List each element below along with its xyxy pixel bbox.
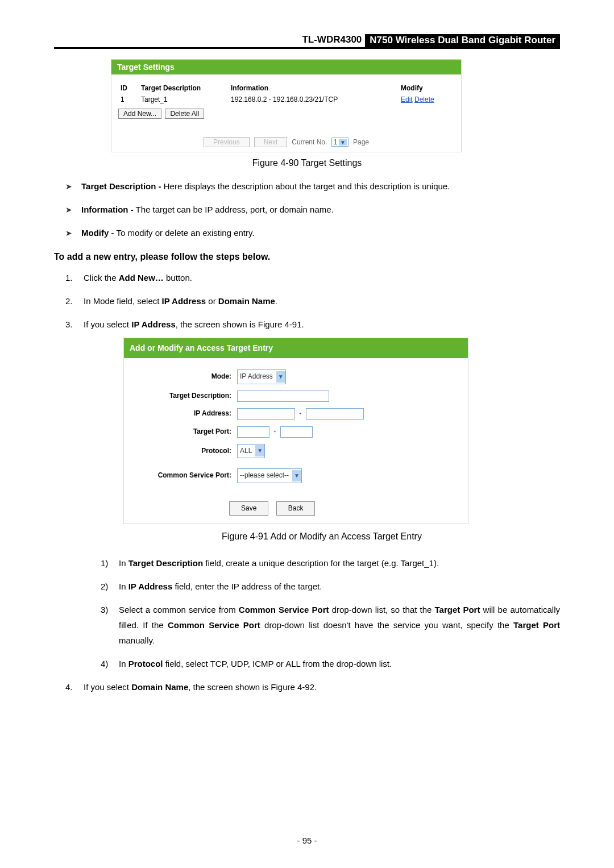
protocol-select[interactable]: ALL ▼ [237,444,265,459]
common-service-port-label: Common Service Port: [132,470,237,482]
ip-address-label: IP Address: [132,408,237,420]
col-id: ID [118,82,139,94]
ip-start-input[interactable] [237,408,295,420]
current-no-label: Current No. [292,138,327,146]
protocol-label: Protocol: [132,445,237,458]
col-info: Information [229,82,399,94]
arrow-icon: ➤ [65,226,72,240]
instructions-heading: To add a new entry, please follow the st… [54,252,560,262]
range-separator: - [297,409,304,417]
list-item: ➤Target Description - Here displays the … [65,178,560,194]
target-description-input[interactable] [237,391,329,402]
row-info: 192.168.0.2 - 192.168.0.23/21/TCP [229,94,399,105]
header-product: N750 Wireless Dual Band Gigabit Router [365,34,560,47]
page-header: TL-WDR4300 N750 Wireless Dual Band Gigab… [54,34,560,49]
port-end-input[interactable] [280,426,313,438]
page-label: Page [353,138,369,146]
definitions-list: ➤Target Description - Here displays the … [65,178,560,240]
add-modify-panel: Add or Modify an Access Target Entry Mod… [123,338,468,524]
figure-90-caption: Figure 4-90 Target Settings [54,158,560,168]
previous-button[interactable]: Previous [204,137,250,147]
list-item: ➤Modify - To modify or delete an existin… [65,225,560,240]
list-item: 4.If you select Domain Name, the screen … [65,679,560,695]
table-row: 1 Target_1 192.168.0.2 - 192.168.0.23/21… [118,94,454,105]
add-modify-title: Add or Modify an Access Target Entry [124,338,468,358]
next-button[interactable]: Next [254,137,288,147]
current-no-select[interactable]: 1 ▼ [331,138,349,147]
list-item: 3.If you select IP Address, the screen s… [65,317,560,671]
list-item: 1.Click the Add New… button. [65,270,560,285]
save-button[interactable]: Save [229,501,268,516]
back-button[interactable]: Back [276,501,316,516]
page-number: - 95 - [0,836,614,845]
edit-link[interactable]: Edit [401,95,413,103]
list-item: 2)In IP Address field, enter the IP addr… [101,579,560,594]
target-settings-panel: Target Settings ID Target Description In… [111,59,462,152]
chevron-down-icon: ▼ [292,470,301,481]
col-modify: Modify [399,82,454,94]
steps-list: 1.Click the Add New… button. 2.In Mode f… [65,270,560,695]
mode-label: Mode: [132,371,237,383]
chevron-down-icon: ▼ [255,445,264,456]
target-description-label: Target Description: [132,390,237,402]
delete-link[interactable]: Delete [414,95,434,103]
chevron-down-icon: ▼ [276,371,285,383]
list-item: 3)Select a common service from Common Se… [101,602,560,648]
col-desc: Target Description [139,82,229,94]
delete-all-button[interactable]: Delete All [165,109,204,119]
list-item: ➤Information - The target can be IP addr… [65,202,560,217]
add-new-button[interactable]: Add New... [118,109,161,119]
pagination: Previous Next Current No. 1 ▼ Page [111,129,461,152]
target-port-label: Target Port: [132,426,237,438]
common-service-port-select[interactable]: --please select-- ▼ [237,468,302,483]
arrow-icon: ➤ [65,180,72,194]
range-separator: - [271,427,278,435]
chevron-down-icon: ▼ [339,139,347,146]
ip-end-input[interactable] [306,408,364,420]
list-item: 1)In Target Description field, create a … [101,555,560,571]
figure-91-caption: Figure 4-91 Add or Modify an Access Targ… [84,529,560,545]
target-settings-title: Target Settings [111,60,461,74]
arrow-icon: ➤ [65,203,72,217]
list-item: 2.In Mode field, select IP Address or Do… [65,293,560,309]
row-desc: Target_1 [139,94,229,105]
row-id: 1 [118,94,139,105]
target-settings-table: ID Target Description Information Modify… [118,82,454,105]
header-model: TL-WDR4300 [302,34,362,45]
port-start-input[interactable] [237,426,269,438]
mode-select[interactable]: IP Address ▼ [237,369,286,384]
list-item: 4)In Protocol field, select TCP, UDP, IC… [101,656,560,671]
substeps-list: 1)In Target Description field, create a … [101,555,560,671]
